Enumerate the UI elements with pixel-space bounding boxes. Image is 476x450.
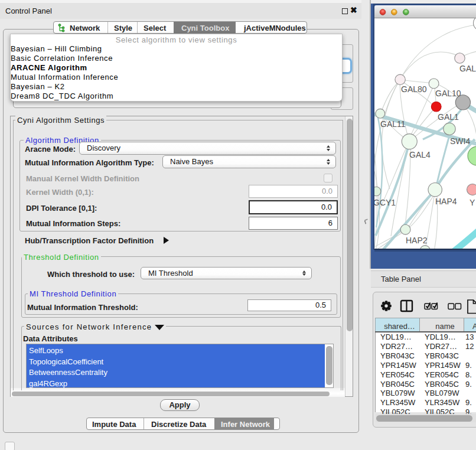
- svg-text:GAL80: GAL80: [401, 84, 427, 94]
- svg-text:GAL11: GAL11: [380, 119, 406, 129]
- svg-text:GAL1: GAL1: [438, 112, 459, 122]
- svg-text:Y: Y: [470, 198, 475, 207]
- svg-text:SWI4: SWI4: [450, 136, 470, 146]
- svg-text:GCY1: GCY1: [374, 198, 396, 207]
- svg-text:GAL10: GAL10: [435, 89, 461, 98]
- svg-text:GAL4: GAL4: [409, 150, 431, 159]
- svg-text:HAP2: HAP2: [406, 236, 428, 245]
- svg-text:GAL2: GAL2: [459, 64, 476, 73]
- svg-text:HAP4: HAP4: [435, 197, 457, 206]
